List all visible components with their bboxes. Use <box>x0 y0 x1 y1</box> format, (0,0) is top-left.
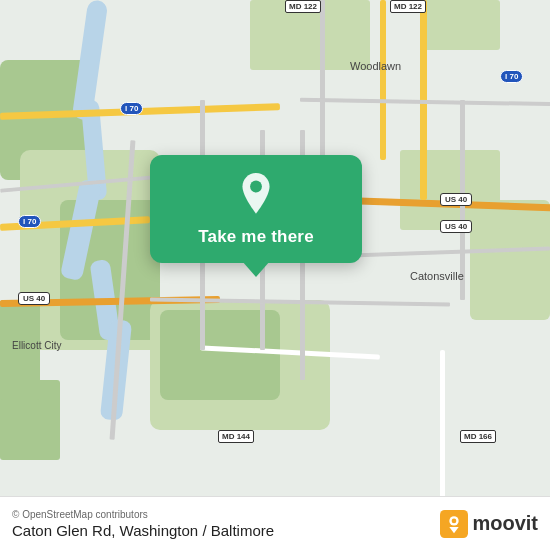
location-title: Caton Glen Rd, Washington / Baltimore <box>12 522 274 539</box>
moovit-text: moovit <box>472 512 538 535</box>
us40-badge-left: US 40 <box>18 292 50 305</box>
moovit-logo-icon <box>440 510 468 538</box>
footer-left: © OpenStreetMap contributors Caton Glen … <box>12 509 274 539</box>
md122-badge-left: MD 122 <box>285 0 321 13</box>
md122-badge-right: MD 122 <box>390 0 426 13</box>
moovit-logo: moovit <box>440 510 538 538</box>
road-vertical-right2 <box>380 0 386 160</box>
svg-point-0 <box>250 181 262 193</box>
location-popup: Take me there <box>150 155 362 263</box>
i70-badge-right-top: I 70 <box>500 70 523 83</box>
green-area <box>0 300 40 400</box>
md166-badge: MD 166 <box>460 430 496 443</box>
footer: © OpenStreetMap contributors Caton Glen … <box>0 496 550 550</box>
take-me-there-button[interactable]: Take me there <box>198 227 314 247</box>
svg-point-3 <box>452 518 457 523</box>
location-pin-icon <box>234 173 278 217</box>
md144-badge: MD 144 <box>218 430 254 443</box>
i70-badge-left: I 70 <box>18 215 41 228</box>
osm-attribution: © OpenStreetMap contributors <box>12 509 274 520</box>
i70-badge-top: I 70 <box>120 102 143 115</box>
us40-badge-right: US 40 <box>440 193 472 206</box>
green-area <box>420 0 500 50</box>
map-container: Woodlawn Catonsville Ellicott City I 70 … <box>0 0 550 550</box>
green-area <box>400 150 500 230</box>
us40-badge-right2: US 40 <box>440 220 472 233</box>
